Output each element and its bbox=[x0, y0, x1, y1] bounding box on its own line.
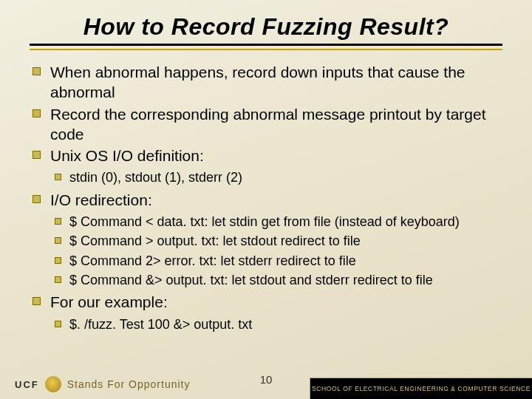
sub-list: $ Command < data. txt: let stdin get fro… bbox=[50, 213, 507, 289]
list-item: $ Command &> output. txt: let stdout and… bbox=[50, 271, 507, 289]
pegasus-icon bbox=[45, 376, 61, 392]
list-item-label: Unix OS I/O definition: bbox=[50, 147, 204, 164]
list-item: $ Command < data. txt: let stdin get fro… bbox=[50, 213, 507, 231]
slide: How to Record Fuzzing Result? When abnor… bbox=[0, 0, 532, 399]
sub-list: stdin (0), stdout (1), stderr (2) bbox=[50, 168, 507, 186]
list-item: When abnormal happens, record down input… bbox=[28, 62, 507, 103]
list-item-label: I/O redirection: bbox=[50, 191, 152, 208]
list-item-label: For our example: bbox=[50, 293, 168, 310]
list-item: For our example: $. /fuzz. Test 100 &> o… bbox=[28, 292, 507, 333]
sub-list: $. /fuzz. Test 100 &> output. txt bbox=[50, 316, 507, 333]
footer: 10 UCF Stands For Opportunity SCHOOL OF … bbox=[0, 369, 532, 399]
list-item: Record the corresponding abnormal messag… bbox=[28, 104, 507, 145]
list-item: stdin (0), stdout (1), stderr (2) bbox=[50, 168, 507, 186]
list-item: I/O redirection: $ Command < data. txt: … bbox=[28, 190, 507, 289]
bullet-list: When abnormal happens, record down input… bbox=[21, 62, 511, 333]
slide-title: How to Record Fuzzing Result? bbox=[21, 13, 511, 41]
list-item: $ Command 2> error. txt: let stderr redi… bbox=[50, 252, 507, 270]
list-item: $. /fuzz. Test 100 &> output. txt bbox=[50, 316, 507, 333]
title-rule bbox=[30, 44, 502, 50]
list-item: $ Command > output. txt: let stdout redi… bbox=[50, 232, 507, 250]
department-bar: SCHOOL OF ELECTRICAL ENGINEERING & COMPU… bbox=[310, 378, 532, 399]
list-item: Unix OS I/O definition: stdin (0), stdou… bbox=[28, 146, 507, 187]
